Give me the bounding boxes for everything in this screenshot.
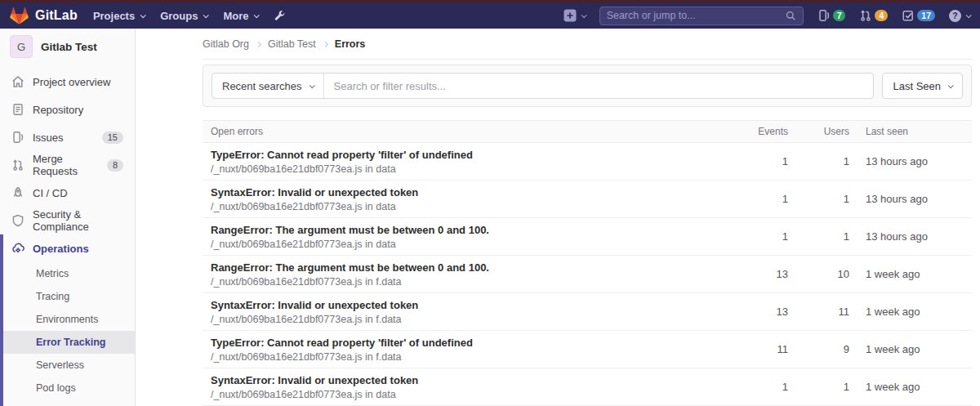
global-search-input[interactable] <box>607 10 786 21</box>
error-users-count: 9 <box>788 343 849 355</box>
nav-more-menu[interactable]: More <box>223 10 258 22</box>
help-icon: ? <box>949 10 961 22</box>
error-location: /_nuxt/b069ba16e21dbf0773ea.js in f.data <box>211 276 715 288</box>
sidebar-section-operations: Operations Metrics Tracing Environments … <box>0 234 135 406</box>
table-body: TypeError: Cannot read property 'filter'… <box>203 143 972 406</box>
error-title-link[interactable]: SyntaxError: Invalid or unexpected token <box>211 186 715 199</box>
chevron-down-icon <box>309 83 314 88</box>
error-last-seen: 13 hours ago <box>849 230 972 243</box>
sidebar-project-header[interactable]: G Gitlab Test <box>0 29 135 65</box>
error-title-link[interactable]: RangeError: The argument must be between… <box>211 224 715 236</box>
error-events-count: 1 <box>715 381 788 393</box>
error-location: /_nuxt/b069ba16e21dbf0773ea.js in data <box>211 389 715 400</box>
merge-requests-dashboard-button[interactable]: 4 <box>859 9 888 22</box>
error-table-row: RangeError: The argument must be between… <box>203 218 972 256</box>
sidebar-item-tracing[interactable]: Tracing <box>0 285 135 308</box>
issues-icon <box>11 131 24 144</box>
error-events-count: 13 <box>715 306 788 318</box>
error-list-table: Open errors Events Users Last seen TypeE… <box>203 120 972 406</box>
top-navbar: GitLab Projects Groups More <box>0 2 980 29</box>
chevron-right-icon <box>256 41 261 47</box>
todo-check-icon <box>902 9 915 22</box>
nav-groups-menu[interactable]: Groups <box>160 10 207 22</box>
chevron-down-icon <box>581 12 586 18</box>
error-events-count: 13 <box>715 268 788 280</box>
error-location: /_nuxt/b069ba16e21dbf0773ea.js in data <box>211 201 715 212</box>
column-header-users: Users <box>788 126 849 137</box>
filtered-search: Recent searches <box>212 73 874 99</box>
error-location: /_nuxt/b069ba16e21dbf0773ea.js in f.data <box>211 351 715 363</box>
error-users-count: 1 <box>788 155 849 167</box>
issues-icon <box>817 9 831 22</box>
error-events-count: 1 <box>715 155 788 167</box>
shield-icon <box>11 214 24 227</box>
error-title-link[interactable]: RangeError: The argument must be between… <box>211 261 715 274</box>
issues-dashboard-button[interactable]: 7 <box>817 9 846 22</box>
error-users-count: 1 <box>788 381 849 393</box>
sidebar-item-operations[interactable]: Operations <box>0 234 135 262</box>
sidebar-item-project-overview[interactable]: Project overview <box>0 68 135 96</box>
error-table-row: SyntaxError: Invalid or unexpected token… <box>203 293 972 331</box>
recent-searches-dropdown[interactable]: Recent searches <box>212 74 324 98</box>
chevron-down-icon <box>254 12 260 18</box>
sidebar-item-kubernetes[interactable]: Kubernetes <box>0 399 135 406</box>
merge-request-icon <box>11 158 24 172</box>
filter-search-input[interactable] <box>324 80 874 92</box>
sidebar-item-pod-logs[interactable]: Pod logs <box>0 377 135 399</box>
sort-by-dropdown[interactable]: Last Seen <box>882 73 963 99</box>
table-header-row: Open errors Events Users Last seen <box>203 120 972 143</box>
chevron-right-icon <box>323 41 328 47</box>
breadcrumb-gitlab-org[interactable]: Gitlab Org <box>203 38 249 50</box>
sidebar-item-issues[interactable]: Issues 15 <box>0 123 135 151</box>
issues-count-badge: 15 <box>102 132 123 144</box>
sidebar-item-merge-requests[interactable]: Merge Requests 8 <box>0 151 135 179</box>
error-title-link[interactable]: SyntaxError: Invalid or unexpected token <box>211 374 715 386</box>
sidebar-item-serverless[interactable]: Serverless <box>0 354 135 377</box>
sidebar-item-environments[interactable]: Environments <box>0 308 135 331</box>
todos-count-badge: 17 <box>917 10 935 21</box>
issues-count-badge: 7 <box>833 10 846 21</box>
error-events-count: 1 <box>715 230 788 243</box>
error-title-link[interactable]: TypeError: Cannot read property 'filter'… <box>211 337 715 349</box>
error-last-seen: 1 week ago <box>849 381 972 393</box>
global-search <box>599 7 804 25</box>
merge-request-icon <box>859 9 872 22</box>
document-icon <box>11 103 24 116</box>
error-table-row: RangeError: The argument must be between… <box>203 256 972 293</box>
help-menu[interactable]: ? <box>949 10 970 22</box>
rocket-icon <box>11 186 24 199</box>
nav-projects-menu[interactable]: Projects <box>93 10 145 22</box>
error-users-count: 1 <box>788 193 849 205</box>
error-events-count: 1 <box>715 193 788 205</box>
error-users-count: 1 <box>788 230 849 243</box>
error-title-link[interactable]: SyntaxError: Invalid or unexpected token <box>211 299 715 311</box>
error-events-count: 11 <box>715 343 788 355</box>
new-item-menu[interactable] <box>564 9 586 22</box>
admin-wrench-icon[interactable] <box>274 10 286 22</box>
main-content: Gitlab Org Gitlab Test Errors Recent sea… <box>136 29 980 406</box>
sidebar-item-ci-cd[interactable]: CI / CD <box>0 179 135 207</box>
error-table-row: SyntaxError: Invalid or unexpected token… <box>203 181 972 218</box>
gitlab-home-link[interactable]: GitLab <box>10 7 78 25</box>
chevron-down-icon <box>966 12 972 18</box>
todos-button[interactable]: 17 <box>902 9 935 22</box>
chevron-down-icon <box>140 12 146 18</box>
error-location: /_nuxt/b069ba16e21dbf0773ea.js in data <box>211 163 715 175</box>
merge-requests-count-badge: 8 <box>107 159 123 172</box>
sidebar-item-metrics[interactable]: Metrics <box>0 262 135 285</box>
project-avatar: G <box>10 35 33 58</box>
sidebar-item-repository[interactable]: Repository <box>0 96 135 123</box>
error-title-link[interactable]: TypeError: Cannot read property 'filter'… <box>211 149 715 161</box>
merge-requests-count-badge: 4 <box>875 10 888 21</box>
project-name: Gitlab Test <box>41 41 97 53</box>
column-header-events: Events <box>715 126 788 137</box>
breadcrumb-errors: Errors <box>335 38 366 50</box>
sidebar-item-error-tracking[interactable]: Error Tracking <box>0 331 135 354</box>
project-sidebar: G Gitlab Test Project overview Repositor… <box>0 29 136 406</box>
sidebar-item-security-compliance[interactable]: Security & Compliance <box>0 207 135 234</box>
error-users-count: 10 <box>788 268 849 280</box>
plus-icon <box>564 9 577 22</box>
chevron-down-icon <box>948 83 954 88</box>
breadcrumb: Gitlab Org Gitlab Test Errors <box>203 29 972 60</box>
breadcrumb-gitlab-test[interactable]: Gitlab Test <box>268 38 316 50</box>
